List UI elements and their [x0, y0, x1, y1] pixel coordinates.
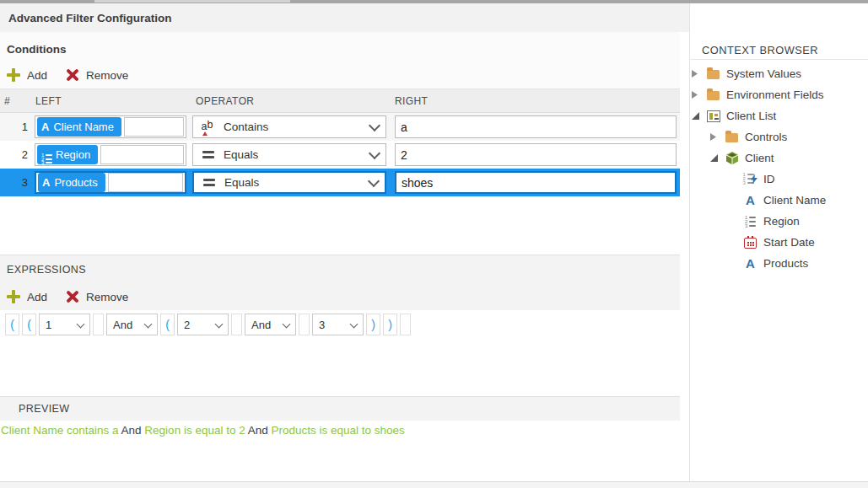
window-bottom-border	[0, 481, 868, 488]
window-top-border-seam	[94, 0, 290, 3]
column-header-right: RIGHT	[395, 95, 428, 107]
text-field-icon: A	[42, 176, 50, 189]
expression-spacer-cell	[400, 314, 411, 335]
text-field-icon: A	[41, 121, 49, 133]
add-icon	[7, 68, 20, 82]
right-value-input[interactable]	[396, 116, 676, 137]
condition-row-number: 2	[0, 148, 32, 161]
expression-select[interactable]: 1	[39, 314, 90, 335]
cube-icon	[725, 152, 739, 165]
tree-item-label: Region	[763, 215, 800, 228]
calendar-icon	[744, 238, 757, 249]
add-button-label: Add	[27, 291, 47, 303]
tree-collapsed-arrow-icon[interactable]	[710, 133, 716, 141]
tree-item-label: Client List	[726, 110, 776, 122]
expressions-add-button[interactable]: Add	[7, 290, 47, 303]
preview-segment: And	[245, 424, 272, 437]
conditions-toolbar: Add Remove	[7, 67, 128, 83]
right-value-input[interactable]	[396, 173, 675, 192]
dialog-title-bar: Advanced Filter Configuration	[0, 3, 689, 32]
tree-item-label: Client Name	[763, 194, 826, 206]
expression-select[interactable]: And	[106, 314, 158, 335]
expression-paren: )	[366, 314, 380, 335]
chevron-down-icon	[350, 319, 359, 328]
id-icon	[743, 174, 758, 185]
page-title: Advanced Filter Configuration	[8, 12, 172, 24]
tree-item-label: Environment Fields	[726, 88, 824, 101]
tree-collapsed-arrow-icon[interactable]	[692, 70, 698, 78]
condition-rows: 1 A Client Name ab Contains 2 Region	[0, 113, 680, 196]
tree-expanded-arrow-icon[interactable]	[692, 112, 699, 120]
preview-segment: Products is equal to shoes	[271, 424, 404, 437]
operator-select[interactable]: Equals	[192, 171, 386, 194]
expression-paren: )	[383, 314, 397, 335]
condition-right-cell[interactable]	[395, 115, 677, 138]
text-field-icon: A	[746, 257, 755, 270]
expression-select-value: 1	[46, 319, 51, 331]
operator-label: Contains	[224, 121, 364, 133]
field-chip[interactable]: A Products	[38, 173, 105, 192]
expression-spacer-cell	[231, 314, 242, 335]
tree-expanded-arrow-icon[interactable]	[710, 154, 718, 162]
tree-item-system-values[interactable]: System Values	[690, 63, 868, 84]
left-value-input[interactable]	[124, 117, 184, 137]
number-list-icon	[745, 217, 756, 227]
chevron-down-icon	[283, 319, 291, 328]
expression-spacer-cell	[93, 314, 104, 335]
column-header-number: #	[4, 95, 10, 107]
operator-label: Equals	[224, 148, 364, 161]
tree-item-products[interactable]: A Products	[690, 253, 868, 274]
remove-button-label: Remove	[86, 69, 128, 82]
equals-icon	[202, 151, 214, 158]
preview-section-label: PREVIEW	[19, 403, 69, 415]
tree-item-label: Products	[763, 257, 808, 270]
folder-icon	[707, 70, 720, 79]
list-view-icon	[707, 110, 720, 122]
preview-text: Client Name contains a And Region is equ…	[1, 424, 405, 437]
field-chip[interactable]: A Client Name	[37, 117, 121, 137]
condition-right-cell[interactable]	[395, 143, 677, 166]
tree-item-controls[interactable]: Controls	[690, 126, 868, 147]
preview-segment: Client Name contains a	[1, 424, 119, 437]
condition-row[interactable]: 2 Region Equals	[0, 141, 680, 169]
chevron-down-icon	[369, 147, 380, 158]
condition-right-cell[interactable]	[395, 171, 677, 194]
conditions-add-button[interactable]: Add	[7, 68, 47, 82]
column-header-left: LEFT	[35, 95, 62, 107]
tree-item-client-name[interactable]: A Client Name	[690, 190, 868, 211]
expression-select[interactable]: 3	[312, 314, 364, 335]
operator-select[interactable]: ab Contains	[192, 115, 386, 138]
expressions-toolbar: Add Remove	[7, 288, 128, 305]
expression-spacer-cell	[299, 314, 310, 335]
tree-item-client[interactable]: Client	[690, 147, 868, 169]
right-value-input[interactable]	[396, 144, 676, 165]
left-value-input[interactable]	[108, 173, 183, 192]
condition-row[interactable]: 1 A Client Name ab Contains	[0, 113, 680, 141]
expression-select[interactable]: 2	[177, 314, 229, 335]
conditions-remove-button[interactable]: Remove	[66, 69, 128, 82]
preview-segment: And	[119, 424, 145, 437]
expression-select[interactable]: And	[245, 314, 296, 335]
tree-item-client-list[interactable]: Client List	[690, 105, 868, 126]
folder-icon	[725, 133, 738, 142]
tree-item-region[interactable]: Region	[690, 211, 868, 232]
preview-header-band	[0, 396, 680, 421]
column-header-operator: OPERATOR	[196, 95, 254, 107]
context-browser-tree: System Values Environment Fields Client …	[690, 63, 868, 274]
condition-left-cell[interactable]: A Client Name	[35, 115, 186, 138]
condition-left-cell[interactable]: A Products	[35, 171, 186, 194]
operator-select[interactable]: Equals	[192, 143, 386, 166]
tree-item-id[interactable]: ID	[690, 169, 868, 190]
folder-icon	[707, 91, 720, 100]
condition-row[interactable]: 3 A Products Equals	[0, 169, 680, 196]
tree-item-environment-fields[interactable]: Environment Fields	[690, 84, 868, 105]
tree-collapsed-arrow-icon[interactable]	[692, 91, 698, 99]
condition-left-cell[interactable]: Region	[35, 143, 186, 166]
expression-paren: (	[5, 314, 19, 335]
left-value-input[interactable]	[100, 145, 184, 164]
chevron-down-icon	[369, 119, 380, 131]
field-chip[interactable]: Region	[37, 145, 98, 164]
expressions-remove-button[interactable]: Remove	[66, 291, 128, 303]
tree-item-label: Client	[745, 152, 774, 164]
tree-item-start-date[interactable]: Start Date	[690, 232, 868, 253]
